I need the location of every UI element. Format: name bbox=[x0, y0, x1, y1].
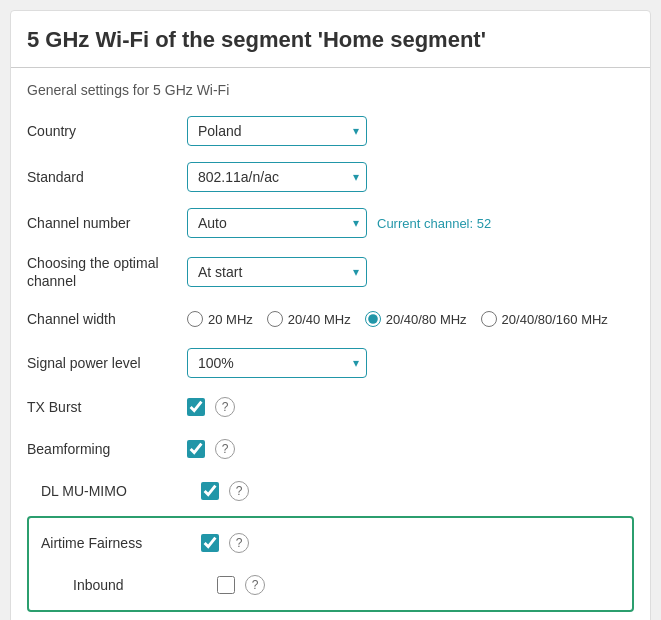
channel-width-20408160mhz[interactable]: 20/40/80/160 MHz bbox=[481, 311, 608, 327]
channel-number-row: Channel number Auto 36 40 44 48 52 ▾ Cur… bbox=[11, 200, 650, 246]
channel-width-204080mhz[interactable]: 20/40/80 MHz bbox=[365, 311, 467, 327]
radio-20mhz[interactable] bbox=[187, 311, 203, 327]
standard-select-wrapper: 802.11a/n/ac 802.11a 802.11n ▾ bbox=[187, 162, 367, 192]
country-select[interactable]: Poland Germany USA bbox=[187, 116, 367, 146]
channel-number-label: Channel number bbox=[27, 214, 187, 232]
signal-power-label: Signal power level bbox=[27, 354, 187, 372]
beamforming-checkbox-item bbox=[187, 440, 205, 458]
dl-mu-mimo-label: DL MU-MIMO bbox=[41, 482, 201, 500]
country-select-wrapper: Poland Germany USA ▾ bbox=[187, 116, 367, 146]
dl-mu-mimo-row: DL MU-MIMO ? bbox=[11, 470, 650, 512]
channel-number-select-wrapper: Auto 36 40 44 48 52 ▾ bbox=[187, 208, 367, 238]
channel-width-label: Channel width bbox=[27, 310, 187, 328]
optimal-channel-label: Choosing the optimal channel bbox=[27, 254, 187, 290]
airtime-fairness-section: Airtime Fairness ? Inbound ? bbox=[27, 516, 634, 612]
optimal-channel-select-wrapper: At start Never Always ▾ bbox=[187, 257, 367, 287]
standard-row: Standard 802.11a/n/ac 802.11a 802.11n ▾ bbox=[11, 154, 650, 200]
airtime-fairness-help-icon[interactable]: ? bbox=[229, 533, 249, 553]
settings-card: 5 GHz Wi-Fi of the segment 'Home segment… bbox=[10, 10, 651, 620]
signal-power-control: 100% 75% 50% 25% ▾ bbox=[187, 348, 634, 378]
inbound-help-icon[interactable]: ? bbox=[245, 575, 265, 595]
dl-mu-mimo-control: ? bbox=[201, 481, 634, 501]
channel-number-select[interactable]: Auto 36 40 44 48 52 bbox=[187, 208, 367, 238]
airtime-fairness-checkbox[interactable] bbox=[201, 534, 219, 552]
country-row: Country Poland Germany USA ▾ bbox=[11, 108, 650, 154]
inbound-control: ? bbox=[217, 575, 620, 595]
standard-label: Standard bbox=[27, 168, 187, 186]
radio-204080mhz-label: 20/40/80 MHz bbox=[386, 312, 467, 327]
beamforming-row: Beamforming ? bbox=[11, 428, 650, 470]
tx-burst-row: TX Burst ? bbox=[11, 386, 650, 428]
standard-control: 802.11a/n/ac 802.11a 802.11n ▾ bbox=[187, 162, 634, 192]
beamforming-checkbox[interactable] bbox=[187, 440, 205, 458]
optimal-channel-row: Choosing the optimal channel At start Ne… bbox=[11, 246, 650, 298]
channel-width-2040mhz[interactable]: 20/40 MHz bbox=[267, 311, 351, 327]
channel-width-radio-group: 20 MHz 20/40 MHz 20/40/80 MHz 20/40/80/1… bbox=[187, 311, 608, 327]
tx-burst-help-icon[interactable]: ? bbox=[215, 397, 235, 417]
channel-width-control: 20 MHz 20/40 MHz 20/40/80 MHz 20/40/80/1… bbox=[187, 311, 634, 327]
beamforming-label: Beamforming bbox=[27, 440, 187, 458]
airtime-fairness-label: Airtime Fairness bbox=[41, 534, 201, 552]
radio-20408160mhz[interactable] bbox=[481, 311, 497, 327]
optimal-channel-control: At start Never Always ▾ bbox=[187, 257, 634, 287]
country-label: Country bbox=[27, 122, 187, 140]
section-title: General settings for 5 GHz Wi-Fi bbox=[11, 68, 650, 108]
dl-mu-mimo-checkbox-item bbox=[201, 482, 219, 500]
inbound-row: Inbound ? bbox=[29, 564, 632, 606]
airtime-fairness-row: Airtime Fairness ? bbox=[29, 522, 632, 564]
optimal-channel-select[interactable]: At start Never Always bbox=[187, 257, 367, 287]
signal-power-row: Signal power level 100% 75% 50% 25% ▾ bbox=[11, 340, 650, 386]
inbound-checkbox-item bbox=[217, 576, 235, 594]
tx-burst-label: TX Burst bbox=[27, 398, 187, 416]
radio-2040mhz-label: 20/40 MHz bbox=[288, 312, 351, 327]
inbound-checkbox[interactable] bbox=[217, 576, 235, 594]
radio-20mhz-label: 20 MHz bbox=[208, 312, 253, 327]
beamforming-help-icon[interactable]: ? bbox=[215, 439, 235, 459]
tx-burst-checkbox-item bbox=[187, 398, 205, 416]
page-title: 5 GHz Wi-Fi of the segment 'Home segment… bbox=[11, 11, 650, 68]
dl-mu-mimo-checkbox[interactable] bbox=[201, 482, 219, 500]
beamforming-control: ? bbox=[187, 439, 634, 459]
radio-204080mhz[interactable] bbox=[365, 311, 381, 327]
channel-number-control: Auto 36 40 44 48 52 ▾ Current channel: 5… bbox=[187, 208, 634, 238]
channel-width-20mhz[interactable]: 20 MHz bbox=[187, 311, 253, 327]
radio-20408160mhz-label: 20/40/80/160 MHz bbox=[502, 312, 608, 327]
standard-select[interactable]: 802.11a/n/ac 802.11a 802.11n bbox=[187, 162, 367, 192]
signal-power-select-wrapper: 100% 75% 50% 25% ▾ bbox=[187, 348, 367, 378]
airtime-fairness-control: ? bbox=[201, 533, 620, 553]
radio-2040mhz[interactable] bbox=[267, 311, 283, 327]
airtime-fairness-checkbox-item bbox=[201, 534, 219, 552]
current-channel-text: Current channel: 52 bbox=[377, 216, 491, 231]
country-control: Poland Germany USA ▾ bbox=[187, 116, 634, 146]
inbound-label: Inbound bbox=[57, 576, 217, 594]
tx-burst-checkbox[interactable] bbox=[187, 398, 205, 416]
signal-power-select[interactable]: 100% 75% 50% 25% bbox=[187, 348, 367, 378]
channel-width-row: Channel width 20 MHz 20/40 MHz 20/40/80 … bbox=[11, 298, 650, 340]
tx-burst-control: ? bbox=[187, 397, 634, 417]
dl-mu-mimo-help-icon[interactable]: ? bbox=[229, 481, 249, 501]
